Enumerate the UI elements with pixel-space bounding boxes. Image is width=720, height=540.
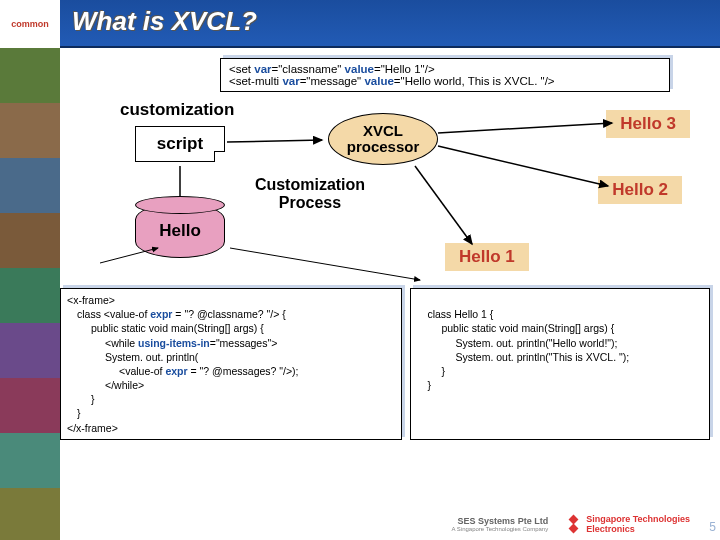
hello-node: Hello: [135, 203, 225, 258]
script-label: script: [157, 134, 203, 154]
ses-sub: A Singapore Technologies Company: [452, 526, 549, 532]
code-line: </x-frame>: [67, 422, 118, 434]
svg-line-3: [438, 146, 608, 186]
ste-name: Singapore Technologies: [586, 514, 690, 524]
output-code-box: class Hello 1 { public static void main(…: [410, 288, 710, 440]
code-line: public static void main(String[] args) {: [417, 321, 703, 335]
svg-line-0: [227, 140, 322, 142]
code-line: System. out. println("Hello world!");: [417, 336, 703, 350]
xvcl-processor-label: XVCL processor: [329, 123, 437, 156]
code-line: <value-of expr = "? @messages? "/>);: [67, 364, 395, 378]
code-text: <set: [229, 63, 254, 75]
svg-line-2: [438, 123, 612, 133]
slide-content: <set var="classname" value="Hello 1"/> <…: [60, 48, 720, 540]
svg-line-6: [230, 248, 420, 280]
hello1-node: Hello 1: [445, 243, 529, 271]
code-line: System. out. println("This is XVCL. ");: [417, 350, 703, 364]
code-text: ="message": [300, 75, 365, 87]
code-keyword: value: [345, 63, 374, 75]
code-boxes-row: <x-frame> class <value-of expr = "? @cla…: [60, 288, 710, 440]
code-line: }: [417, 378, 703, 392]
ste-logo: Singapore Technologies Electronics: [566, 514, 690, 534]
hello-label: Hello: [159, 221, 201, 241]
code-line: public static void main(String[] args) {: [67, 321, 395, 335]
xvcl-processor-node: XVCL processor: [328, 113, 438, 165]
code-line: </while>: [67, 378, 395, 392]
code-line: <while using-items-in="messages">: [67, 336, 395, 350]
code-line: System. out. println(: [67, 350, 395, 364]
page-number: 5: [709, 520, 716, 534]
code-keyword: var: [282, 75, 299, 87]
st-mark-icon: [566, 516, 582, 532]
ste-name2: Electronics: [586, 524, 690, 534]
svg-line-4: [415, 166, 472, 244]
customization-label: customization: [120, 100, 234, 120]
code-text: ="Hello world, This is XVCL. "/>: [394, 75, 555, 87]
code-line: }: [67, 406, 395, 420]
code-keyword: var: [254, 63, 271, 75]
logo: common: [0, 0, 60, 48]
code-text: ="Hello 1"/>: [374, 63, 435, 75]
hello2-node: Hello 2: [598, 176, 682, 204]
code-text: <set-multi: [229, 75, 282, 87]
script-box: script: [135, 126, 225, 162]
code-line: }: [417, 364, 703, 378]
code-text: ="classname": [272, 63, 345, 75]
customization-process-label: Customization Process: [240, 176, 380, 211]
code-line: <x-frame>: [67, 294, 115, 306]
footer-logos: SES Systems Pte Ltd A Singapore Technolo…: [452, 514, 690, 534]
code-keyword: value: [364, 75, 393, 87]
xframe-code-box: <x-frame> class <value-of expr = "? @cla…: [60, 288, 402, 440]
logo-text: common: [11, 19, 49, 29]
code-line: class <value-of expr = "? @classname? "/…: [67, 307, 395, 321]
ses-name: SES Systems Pte Ltd: [452, 516, 549, 526]
page-title: What is XVCL?: [72, 6, 257, 37]
set-code-box: <set var="classname" value="Hello 1"/> <…: [220, 58, 670, 92]
code-line: class Hello 1 {: [417, 307, 703, 321]
hello3-node: Hello 3: [606, 110, 690, 138]
ses-logo: SES Systems Pte Ltd A Singapore Technolo…: [452, 516, 549, 532]
photo-strip: [0, 48, 60, 540]
code-line: }: [67, 392, 395, 406]
